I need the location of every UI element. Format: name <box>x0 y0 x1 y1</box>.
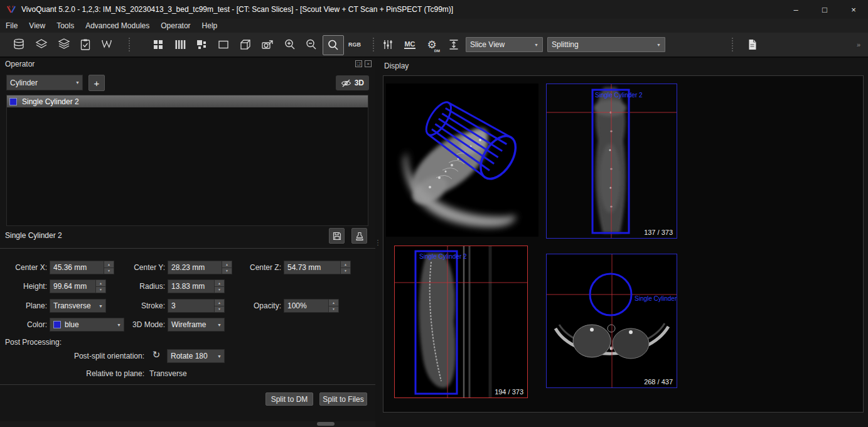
stamp-roi-button[interactable] <box>351 228 367 244</box>
opacity-spinner[interactable]: ▲▼ <box>328 300 338 312</box>
operator-mode-dropdown[interactable]: Splitting ▼ <box>547 37 665 52</box>
center-x-label: Center X: <box>0 261 47 274</box>
zoom-tool-button[interactable] <box>323 35 344 55</box>
zoom-out-button[interactable] <box>301 35 321 54</box>
divider <box>0 384 375 385</box>
sliders-icon <box>381 38 395 51</box>
split-to-files-button[interactable]: Split to Files <box>319 392 367 406</box>
spin-down-icon[interactable]: ▼ <box>104 268 114 274</box>
toolbar-overflow-button[interactable]: » <box>854 35 864 54</box>
roi-overlay-label: Single Cylinder 2 <box>419 253 467 260</box>
menu-file[interactable]: File <box>0 19 23 32</box>
viewport-transverse[interactable]: Single Cylinder 2 268 / 437 <box>546 254 677 388</box>
volume-box-button[interactable] <box>235 35 255 54</box>
spin-up-icon[interactable]: ▲ <box>341 261 350 268</box>
plane-dropdown[interactable]: Transverse ▼ <box>50 299 106 313</box>
minimize-button[interactable]: – <box>781 0 810 19</box>
slice-columns-button[interactable] <box>170 35 190 54</box>
post-processing-label: Post Processing: <box>5 335 62 349</box>
viewport-sagittal[interactable]: Single Cylinder 2 194 / 373 <box>394 246 528 398</box>
rgb-button[interactable]: RGB <box>345 35 365 54</box>
titlebar: VivoQuant 5.2.0 - 1,2,3: IM_NS_20230413_… <box>0 0 868 19</box>
post-split-orientation-dropdown[interactable]: Rotate 180 ▼ <box>167 349 225 363</box>
camera-icon <box>260 38 274 51</box>
mosaic-icon <box>195 38 208 51</box>
height-input[interactable]: 99.64 mm ▲▼ <box>50 279 106 293</box>
cube-icon <box>238 38 252 51</box>
single-view-button[interactable] <box>213 35 233 54</box>
slice-counter: 194 / 373 <box>495 388 523 396</box>
vivoquant-tool-button[interactable] <box>97 35 117 54</box>
mode-3d-dropdown[interactable]: Wireframe ▼ <box>168 318 225 332</box>
spin-down-icon[interactable]: ▼ <box>215 286 224 293</box>
database-button[interactable] <box>9 35 29 54</box>
relative-to-plane-value: Transverse <box>149 367 187 381</box>
menu-help[interactable]: Help <box>196 19 223 32</box>
dm-settings-button[interactable]: ⚙ DM <box>422 35 442 54</box>
split-to-dm-button[interactable]: Split to DM <box>265 392 313 406</box>
stack-button[interactable] <box>54 35 74 54</box>
close-panel-icon[interactable]: × <box>365 60 372 67</box>
radius-input[interactable]: 13.83 mm ▲▼ <box>168 279 225 293</box>
center-y-label: Center Y: <box>116 261 165 274</box>
horizontal-scrollbar-thumb[interactable] <box>317 422 335 426</box>
mosaic-layout-button[interactable] <box>191 35 212 54</box>
antler-icon <box>100 38 114 51</box>
chevron-down-icon: ▼ <box>212 354 222 359</box>
layers-button[interactable] <box>31 35 51 54</box>
height-spinner[interactable]: ▲▼ <box>95 280 105 293</box>
snapshot-button[interactable] <box>257 35 277 54</box>
checklist-button[interactable] <box>75 35 95 54</box>
panel-splitter[interactable]: ⋮ <box>375 58 380 427</box>
spin-down-icon[interactable]: ▼ <box>341 268 350 274</box>
spin-up-icon[interactable]: ▲ <box>96 280 105 286</box>
display-panel-title: Display <box>384 62 409 70</box>
center-z-spinner[interactable]: ▲▼ <box>340 261 350 274</box>
vivoquant-logo-icon <box>6 4 16 14</box>
ct-transverse-slice: Single Cylinder 2 268 / 437 <box>547 254 677 387</box>
menu-advanced-modules[interactable]: Advanced Modules <box>80 19 155 32</box>
shape-select-dropdown[interactable]: Cylinder ▼ <box>6 75 83 90</box>
menu-tools[interactable]: Tools <box>51 19 80 32</box>
save-roi-button[interactable] <box>329 228 345 244</box>
radius-spinner[interactable]: ▲▼ <box>214 280 224 293</box>
menu-view[interactable]: View <box>23 19 51 32</box>
spin-up-icon[interactable]: ▲ <box>104 261 114 268</box>
operator-panel: Operator ❏ × Cylinder ▼ + 3D Single Cyli… <box>0 58 375 427</box>
stroke-input[interactable]: 3 ▲▼ <box>168 299 225 313</box>
toggle-3d-button[interactable]: 3D <box>336 75 369 90</box>
levels-button[interactable] <box>378 35 398 54</box>
ct-coronal-slice: Single Cylinder 2 137 / 373 <box>547 84 677 238</box>
report-button[interactable] <box>742 35 762 54</box>
grid-layout-button[interactable] <box>148 35 168 54</box>
mc-button[interactable]: MC <box>400 35 420 54</box>
roi-list-item[interactable]: Single Cylinder 2 <box>7 95 368 107</box>
menu-operator[interactable]: Operator <box>155 19 196 32</box>
center-x-input[interactable]: 45.36 mm ▲▼ <box>50 261 114 274</box>
center-z-input[interactable]: 54.73 mm ▲▼ <box>284 261 351 274</box>
viewport-coronal[interactable]: Single Cylinder 2 137 / 373 <box>546 84 677 239</box>
maximize-button[interactable]: □ <box>810 0 839 19</box>
roi-list: Single Cylinder 2 <box>6 95 368 226</box>
zoom-in-button[interactable] <box>280 35 300 54</box>
view-mode-dropdown[interactable]: Slice View ▼ <box>466 37 543 52</box>
relative-to-plane-label: Relative to plane: <box>19 367 144 381</box>
spin-up-icon[interactable]: ▲ <box>215 280 224 286</box>
panel-window-buttons: ❏ × <box>355 60 372 67</box>
center-x-spinner[interactable]: ▲▼ <box>104 261 114 274</box>
roi-item-label: Single Cylinder 2 <box>22 97 79 106</box>
spin-down-icon[interactable]: ▼ <box>329 306 338 313</box>
opacity-input[interactable]: 100% ▲▼ <box>284 299 339 313</box>
range-button[interactable] <box>444 35 464 54</box>
viewport-3d[interactable] <box>386 84 538 237</box>
color-dropdown[interactable]: blue ▼ <box>50 318 124 332</box>
spin-down-icon[interactable]: ▼ <box>96 286 105 293</box>
close-button[interactable]: × <box>839 0 868 19</box>
window-controls: – □ × <box>781 0 868 19</box>
roi-overlay-label: Single Cylinder 2 <box>635 295 677 302</box>
chevron-down-icon: ▼ <box>651 43 661 47</box>
vertical-range-icon <box>447 38 461 51</box>
add-shape-button[interactable]: + <box>88 75 105 91</box>
spin-up-icon[interactable]: ▲ <box>329 300 338 306</box>
float-panel-icon[interactable]: ❏ <box>355 60 362 67</box>
